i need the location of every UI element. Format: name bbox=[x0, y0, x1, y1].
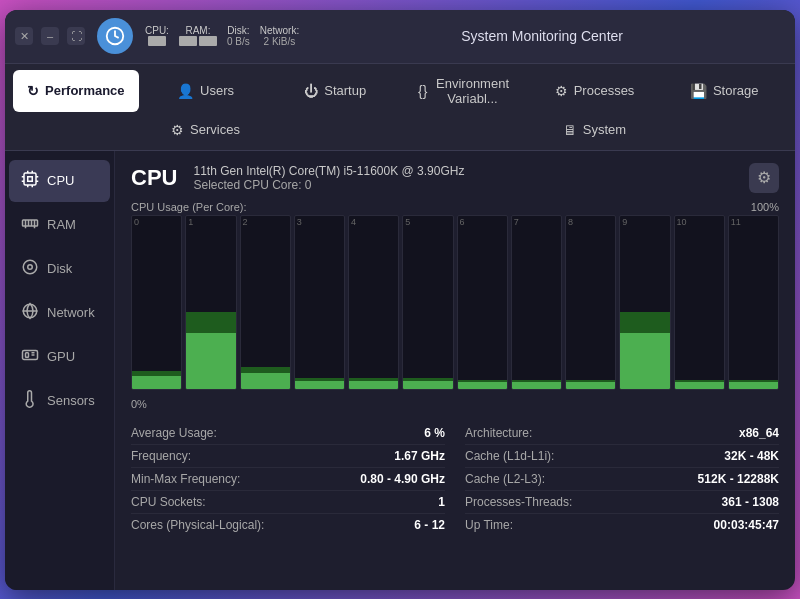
stat-key: Up Time: bbox=[465, 518, 513, 532]
stat-val: 512K - 12288K bbox=[698, 472, 779, 486]
core-bar-10: 10 bbox=[674, 215, 725, 390]
cpu-stat: CPU: bbox=[145, 25, 169, 47]
sidebar-sensors-label: Sensors bbox=[47, 393, 95, 408]
stat-val: 1 bbox=[438, 495, 445, 509]
core-bar-11: 11 bbox=[728, 215, 779, 390]
tab-performance-label: Performance bbox=[45, 83, 124, 98]
core-num-10: 10 bbox=[675, 216, 689, 228]
sidebar-disk-label: Disk bbox=[47, 261, 72, 276]
core-bar-8: 8 bbox=[565, 215, 616, 390]
cpu-settings-button[interactable]: ⚙ bbox=[749, 163, 779, 193]
sidebar-ram-label: RAM bbox=[47, 217, 76, 232]
sidebar-gpu-label: GPU bbox=[47, 349, 75, 364]
sidebar-item-network[interactable]: Network bbox=[9, 292, 110, 334]
tab-processes[interactable]: ⚙ Processes bbox=[532, 70, 658, 112]
tab-system[interactable]: 🖥 System bbox=[402, 116, 787, 144]
sidebar-item-disk[interactable]: Disk bbox=[9, 248, 110, 290]
stat-left-row-0: Average Usage:6 % bbox=[131, 422, 445, 445]
core-bar-7: 7 bbox=[511, 215, 562, 390]
tab-env-label: Environment Variabl... bbox=[433, 76, 511, 106]
cpu-icon bbox=[21, 170, 39, 192]
core-graphs: 01234567891011 bbox=[131, 215, 779, 390]
stat-key: CPU Sockets: bbox=[131, 495, 206, 509]
ram-icon bbox=[21, 214, 39, 236]
graph-max: 100% bbox=[751, 201, 779, 213]
stat-key: Cores (Physical-Logical): bbox=[131, 518, 264, 532]
sidebar-network-label: Network bbox=[47, 305, 95, 320]
core-num-5: 5 bbox=[403, 216, 412, 228]
stat-right-row-0: Architecture:x86_64 bbox=[465, 422, 779, 445]
sidebar-item-cpu[interactable]: CPU bbox=[9, 160, 110, 202]
tab-env[interactable]: {} Environment Variabl... bbox=[402, 70, 528, 112]
tab-services[interactable]: ⚙ Services bbox=[13, 116, 398, 144]
core-num-4: 4 bbox=[349, 216, 358, 228]
tab-startup[interactable]: ⏻ Startup bbox=[272, 70, 398, 112]
cpu-title-area: CPU 11th Gen Intel(R) Core(TM) i5-11600K… bbox=[131, 164, 464, 192]
ram-stat: RAM: bbox=[179, 25, 217, 47]
stat-right-row-1: Cache (L1d-L1i):32K - 48K bbox=[465, 445, 779, 468]
storage-icon: 💾 bbox=[690, 83, 707, 99]
stat-val: 6 % bbox=[424, 426, 445, 440]
stat-val: 1.67 GHz bbox=[394, 449, 445, 463]
cpu-selected-core: Selected CPU Core: 0 bbox=[193, 178, 464, 192]
stat-key: Average Usage: bbox=[131, 426, 217, 440]
tab-storage-label: Storage bbox=[713, 83, 759, 98]
svg-rect-2 bbox=[28, 176, 33, 181]
cpu-title: CPU bbox=[131, 165, 177, 191]
stat-key: Architecture: bbox=[465, 426, 532, 440]
disk-icon bbox=[21, 258, 39, 280]
network-icon bbox=[21, 302, 39, 324]
stat-left-row-2: Min-Max Frequency:0.80 - 4.90 GHz bbox=[131, 468, 445, 491]
core-num-9: 9 bbox=[620, 216, 629, 228]
stats-right-col: Architecture:x86_64Cache (L1d-L1i):32K -… bbox=[465, 422, 779, 536]
close-button[interactable]: ✕ bbox=[15, 27, 33, 45]
cpu-header: CPU 11th Gen Intel(R) Core(TM) i5-11600K… bbox=[131, 163, 779, 193]
tab-performance[interactable]: ↻ Performance bbox=[13, 70, 139, 112]
stat-left-row-3: CPU Sockets:1 bbox=[131, 491, 445, 514]
stat-right-row-3: Processes-Threads:361 - 1308 bbox=[465, 491, 779, 514]
tab-users-label: Users bbox=[200, 83, 234, 98]
tab-users[interactable]: 👤 Users bbox=[143, 70, 269, 112]
sidebar-item-ram[interactable]: RAM bbox=[9, 204, 110, 246]
stat-val: 361 - 1308 bbox=[722, 495, 779, 509]
tab-storage[interactable]: 💾 Storage bbox=[661, 70, 787, 112]
users-icon: 👤 bbox=[177, 83, 194, 99]
processes-icon: ⚙ bbox=[555, 83, 568, 99]
sidebar: CPU RAM bbox=[5, 151, 115, 590]
cpu-panel: CPU 11th Gen Intel(R) Core(TM) i5-11600K… bbox=[115, 151, 795, 590]
disk-stat: Disk: 0 B/s bbox=[227, 25, 250, 47]
env-icon: {} bbox=[418, 83, 427, 99]
main-window: ✕ – ⛶ CPU: RAM: bbox=[5, 10, 795, 590]
core-bar-2: 2 bbox=[240, 215, 291, 390]
graph-title: CPU Usage (Per Core): bbox=[131, 201, 247, 213]
svg-rect-23 bbox=[26, 352, 29, 357]
core-bar-6: 6 bbox=[457, 215, 508, 390]
svg-point-19 bbox=[28, 264, 33, 269]
core-bar-5: 5 bbox=[402, 215, 453, 390]
app-icon bbox=[97, 18, 133, 54]
cpu-model: 11th Gen Intel(R) Core(TM) i5-11600K @ 3… bbox=[193, 164, 464, 178]
stat-key: Cache (L1d-L1i): bbox=[465, 449, 554, 463]
core-num-8: 8 bbox=[566, 216, 575, 228]
gpu-icon bbox=[21, 346, 39, 368]
stat-val: 00:03:45:47 bbox=[714, 518, 779, 532]
stat-key: Processes-Threads: bbox=[465, 495, 572, 509]
sidebar-item-sensors[interactable]: Sensors bbox=[9, 380, 110, 422]
core-bar-9: 9 bbox=[619, 215, 670, 390]
core-num-2: 2 bbox=[241, 216, 250, 228]
stat-left-row-4: Cores (Physical-Logical):6 - 12 bbox=[131, 514, 445, 536]
minimize-button[interactable]: – bbox=[41, 27, 59, 45]
maximize-button[interactable]: ⛶ bbox=[67, 27, 85, 45]
window-controls: ✕ – ⛶ bbox=[15, 27, 85, 45]
stat-val: 0.80 - 4.90 GHz bbox=[360, 472, 445, 486]
stat-key: Frequency: bbox=[131, 449, 191, 463]
core-num-7: 7 bbox=[512, 216, 521, 228]
graph-label-row: CPU Usage (Per Core): 100% bbox=[131, 201, 779, 213]
services-icon: ⚙ bbox=[171, 122, 184, 138]
window-title: System Monitoring Center bbox=[299, 28, 785, 44]
stat-key: Cache (L2-L3): bbox=[465, 472, 545, 486]
main-content: CPU RAM bbox=[5, 151, 795, 590]
svg-rect-1 bbox=[24, 173, 36, 185]
sidebar-item-gpu[interactable]: GPU bbox=[9, 336, 110, 378]
tab-startup-label: Startup bbox=[324, 83, 366, 98]
